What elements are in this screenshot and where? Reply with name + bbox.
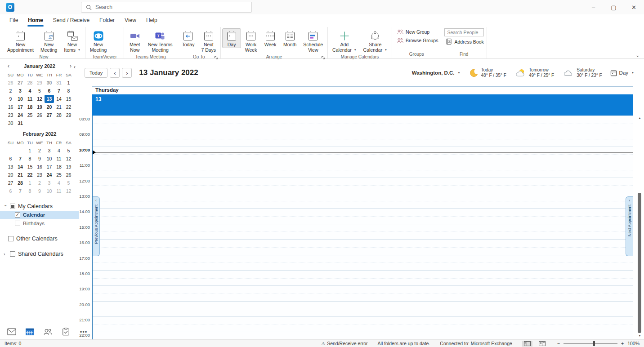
day-button[interactable]: Day — [222, 28, 241, 48]
mini-cal-day[interactable]: 10 — [45, 187, 54, 195]
time-slot-18-00[interactable] — [93, 270, 633, 285]
next-7-days-button[interactable]: Next7 Days — [198, 28, 219, 53]
vertical-scrollbar[interactable]: ▲ ▼ — [636, 116, 643, 338]
time-slot-14-00[interactable] — [93, 208, 633, 223]
mini-cal-day[interactable]: 5 — [64, 179, 74, 187]
scroll-down-icon[interactable]: ▼ — [636, 333, 643, 338]
time-slot-12-00[interactable] — [93, 178, 633, 193]
mini-cal-day[interactable]: 11 — [54, 187, 64, 195]
browse-groups-button[interactable]: Browse Groups — [395, 37, 439, 44]
address-book-button[interactable]: Address Book — [444, 38, 485, 45]
new-appointment-button[interactable]: NewAppointment — [4, 28, 37, 53]
mini-cal-day[interactable]: 19 — [35, 103, 45, 111]
mini-cal-day[interactable]: 16 — [6, 103, 16, 111]
tasks-module-icon[interactable] — [60, 327, 71, 337]
collapse-ribbon-icon[interactable]: ⌄ — [635, 53, 640, 58]
mini-cal-day[interactable]: 6 — [6, 187, 16, 195]
mini-cal-day[interactable]: 20 — [45, 103, 54, 111]
mini-cal-day[interactable]: 6 — [6, 155, 16, 163]
mini-cal-day[interactable]: 2 — [35, 147, 45, 155]
mini-cal-day[interactable]: 15 — [25, 163, 35, 171]
work-week-button[interactable]: WorkWeek — [242, 28, 260, 53]
mini-cal-day[interactable]: 9 — [35, 155, 45, 163]
menu-tab-home[interactable]: Home — [23, 15, 48, 27]
mini-cal-day[interactable]: 8 — [25, 155, 35, 163]
mini-cal-day[interactable]: 3 — [45, 147, 54, 155]
zoom-slider[interactable] — [564, 343, 617, 344]
zoom-level[interactable]: 100% — [627, 341, 640, 346]
mini-cal-selected-day[interactable]: 13 — [45, 95, 54, 103]
mini-cal-day[interactable]: 21 — [54, 103, 64, 111]
next-month-icon[interactable]: › — [67, 63, 74, 69]
zoom-slider-thumb[interactable] — [593, 341, 595, 346]
mini-cal-day[interactable]: 28 — [25, 79, 35, 87]
weather-saturday[interactable]: Saturday30° F / 23° F — [563, 67, 602, 78]
mini-cal-day[interactable]: 11 — [25, 95, 35, 103]
time-slot-22-00[interactable] — [93, 332, 633, 339]
mini-cal-day[interactable]: 27 — [6, 179, 16, 187]
mini-cal-day[interactable]: 14 — [15, 163, 25, 171]
people-module-icon[interactable] — [42, 327, 53, 337]
new-meeting-button[interactable]: NewMeeting — [87, 28, 110, 53]
mini-cal-day[interactable]: 13 — [6, 163, 16, 171]
calendar-checkbox[interactable] — [15, 221, 20, 226]
mini-cal-day[interactable]: 1 — [25, 179, 35, 187]
mini-cal-day[interactable]: 31 — [15, 119, 25, 127]
search-people-input[interactable] — [444, 28, 484, 36]
new-teams-meeting-button[interactable]: TNew TeamsMeeting — [145, 28, 176, 53]
mini-cal-day[interactable]: 16 — [35, 163, 45, 171]
mini-cal-day[interactable]: 19 — [64, 163, 74, 171]
share-calendar-button[interactable]: ShareCalendar ▼ — [360, 28, 390, 53]
mini-cal-day[interactable]: 7 — [15, 187, 25, 195]
mini-cal-day[interactable]: 25 — [25, 111, 35, 119]
mini-cal-day[interactable]: 2 — [6, 87, 16, 95]
close-button[interactable]: ✕ — [624, 0, 644, 14]
mini-cal-day[interactable]: 11 — [54, 155, 64, 163]
mini-cal-day[interactable]: 9 — [6, 95, 16, 103]
time-slot-09-00[interactable] — [93, 131, 633, 146]
time-slot-15-00[interactable] — [93, 224, 633, 239]
week-button[interactable]: Week — [261, 28, 280, 48]
add-calendar-button[interactable]: AddCalendar ▼ — [329, 28, 359, 53]
new-items-button[interactable]: NewItems ▼ — [61, 28, 84, 53]
calendar-checkbox[interactable] — [15, 212, 20, 218]
time-slot-13-00[interactable] — [93, 193, 633, 208]
zoom-out-button[interactable]: − — [557, 341, 560, 346]
time-slot-11-00[interactable] — [93, 162, 633, 177]
menu-tab-file[interactable]: File — [4, 15, 23, 27]
send-receive-error[interactable]: ⚠Send/Receive error — [321, 341, 367, 346]
mini-cal-day[interactable]: 23 — [35, 171, 45, 179]
mini-cal-day[interactable]: 25 — [54, 171, 64, 179]
today-button[interactable]: Today — [85, 68, 107, 78]
previous-appointment-tab[interactable]: ‹ Previous Appointment — [93, 196, 100, 256]
mini-cal-day[interactable]: 20 — [6, 171, 16, 179]
month-button[interactable]: Month — [280, 28, 300, 48]
weather-today[interactable]: Today48° F / 35° F — [469, 67, 506, 78]
meet-now-button[interactable]: MeetNow — [125, 28, 144, 53]
my-calendars-group[interactable]: ›My Calendars — [0, 202, 79, 210]
calendar-list-item-birthdays[interactable]: Birthdays — [0, 219, 79, 227]
mini-cal-day[interactable]: 18 — [54, 163, 64, 171]
search-bar[interactable] — [81, 2, 252, 13]
mini-cal-day[interactable]: 18 — [25, 103, 35, 111]
minimize-button[interactable]: – — [583, 0, 604, 14]
time-slot-21-00[interactable] — [93, 316, 633, 332]
next-appointment-tab[interactable]: › Next Appointment — [626, 196, 633, 256]
mini-cal-day[interactable]: 27 — [45, 111, 54, 119]
other-calendars-group[interactable]: Other Calendars — [0, 235, 79, 243]
mini-cal-day[interactable]: 1 — [64, 79, 74, 87]
shared-calendars-group[interactable]: ›Shared Calendars — [0, 250, 79, 258]
mini-cal-day[interactable]: 22 — [25, 171, 35, 179]
mini-cal-day[interactable]: 8 — [64, 87, 74, 95]
mini-cal-day[interactable]: 30 — [45, 79, 54, 87]
mini-cal-day[interactable]: 9 — [35, 187, 45, 195]
my-calendars-checkbox[interactable] — [10, 204, 15, 209]
mini-cal-day[interactable]: 27 — [15, 79, 25, 87]
mini-cal-day[interactable]: 4 — [54, 147, 64, 155]
mini-cal-day[interactable]: 3 — [15, 87, 25, 95]
mini-cal-day[interactable]: 5 — [35, 87, 45, 95]
search-input[interactable] — [95, 4, 230, 10]
mini-cal-day[interactable]: 24 — [45, 171, 54, 179]
collapse-sidebar-icon[interactable]: ‹ — [74, 64, 76, 70]
chevron-down-icon[interactable]: › — [3, 205, 8, 208]
